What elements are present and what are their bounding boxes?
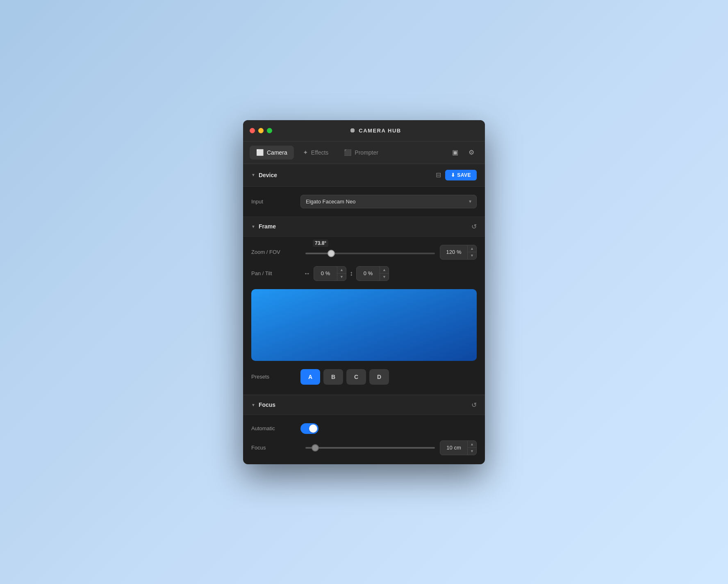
input-control: Elgato Facecam Neo ▾ — [300, 195, 477, 208]
presets-label: Presets — [251, 374, 300, 380]
input-value: Elgato Facecam Neo — [306, 198, 355, 205]
frame-reset-icon[interactable]: ↺ — [471, 223, 477, 230]
toggle-thumb — [309, 424, 317, 433]
pan-tilt-controls: ↔ 0 % ▲ ▼ ↕ 0 % ▲ ▼ — [304, 266, 477, 281]
focus-title-area: ▼ Focus — [251, 402, 471, 408]
save-button[interactable]: ⬇ SAVE — [445, 170, 477, 180]
toolbar: ⬜ Camera ✦ Effects ⬛ Prompter ▣ ⚙ — [243, 141, 485, 164]
camera-tab-icon: ⬜ — [256, 149, 264, 156]
frame-section-body: Zoom / FOV 73.8° 120 % ▲ ▼ Pan / Tilt ↔ … — [243, 237, 485, 395]
camera-feed — [251, 289, 477, 361]
tilt-stepper-arrows: ▲ ▼ — [380, 267, 389, 281]
zoom-down-button[interactable]: ▼ — [468, 252, 476, 259]
pan-tilt-row: Pan / Tilt ↔ 0 % ▲ ▼ ↕ 0 % ▲ ▼ — [251, 263, 477, 284]
focus-reset-icon[interactable]: ↺ — [471, 401, 477, 409]
focus-stepper-arrows: ▲ ▼ — [467, 441, 476, 455]
close-button[interactable] — [250, 128, 255, 133]
fov-tooltip: 73.8° — [313, 240, 328, 247]
input-row: Input Elgato Facecam Neo ▾ — [251, 192, 477, 212]
frame-section-header: ▼ Frame ↺ — [243, 217, 485, 237]
maximize-button[interactable] — [267, 128, 272, 133]
prompter-tab-icon: ⬛ — [344, 149, 352, 156]
zoom-slider-container: 73.8° — [305, 249, 435, 256]
pan-stepper-arrows: ▲ ▼ — [337, 267, 346, 281]
preset-a-button[interactable]: A — [300, 369, 320, 385]
focus-value: 10 cm — [440, 445, 467, 451]
device-section-body: Input Elgato Facecam Neo ▾ — [243, 187, 485, 217]
focus-section-body: Automatic Focus 10 cm ▲ ▼ — [243, 415, 485, 464]
dropdown-arrow-icon: ▾ — [469, 198, 471, 204]
device-section-header: ▼ Device ⊟ ⬇ SAVE — [243, 164, 485, 187]
pan-down-button[interactable]: ▼ — [337, 274, 346, 281]
zoom-value: 120 % — [440, 249, 467, 255]
zoom-label: Zoom / FOV — [251, 249, 300, 255]
panel-icon: ▣ — [452, 148, 458, 156]
input-label: Input — [251, 198, 300, 205]
minimize-button[interactable] — [258, 128, 264, 133]
frame-section-title: Frame — [259, 223, 276, 230]
save-label: SAVE — [457, 172, 471, 178]
app-title: CAMERA HUB — [359, 128, 401, 134]
focus-chevron-icon: ▼ — [251, 403, 255, 407]
zoom-slider[interactable] — [305, 253, 435, 254]
frame-title-area: ▼ Frame — [251, 223, 471, 230]
device-chevron-icon: ▼ — [251, 173, 255, 177]
focus-up-button[interactable]: ▲ — [468, 441, 476, 448]
focus-slider[interactable] — [305, 447, 435, 449]
presets-row: Presets A B C D — [251, 366, 477, 390]
camera-preview — [251, 289, 477, 361]
focus-slider-row: Focus 10 cm ▲ ▼ — [251, 437, 477, 459]
app-window: ⏺ CAMERA HUB ⬜ Camera ✦ Effects ⬛ Prompt… — [243, 120, 485, 464]
focus-stepper: 10 cm ▲ ▼ — [440, 440, 477, 455]
panel-toggle-button[interactable]: ▣ — [448, 146, 462, 160]
title-area: ⏺ CAMERA HUB — [272, 127, 478, 134]
preset-d-button[interactable]: D — [369, 369, 389, 385]
device-section-actions: ⊟ ⬇ SAVE — [436, 170, 477, 180]
title-bar: ⏺ CAMERA HUB — [243, 120, 485, 141]
pan-axis-icon: ↔ — [304, 270, 310, 277]
frame-chevron-icon: ▼ — [251, 224, 255, 229]
device-section-title: Device — [259, 172, 277, 178]
settings-button[interactable]: ⚙ — [464, 146, 478, 160]
tab-camera[interactable]: ⬜ Camera — [250, 146, 294, 160]
tab-camera-label: Camera — [267, 149, 287, 156]
tilt-down-button[interactable]: ▼ — [380, 274, 389, 281]
preset-c-button[interactable]: C — [346, 369, 366, 385]
tab-prompter[interactable]: ⬛ Prompter — [337, 146, 385, 160]
focus-section-title: Focus — [259, 402, 275, 408]
tilt-value: 0 % — [357, 270, 380, 276]
focus-down-button[interactable]: ▼ — [468, 448, 476, 455]
traffic-lights — [250, 128, 272, 133]
automatic-label: Automatic — [251, 425, 300, 431]
tab-effects-label: Effects — [311, 149, 329, 156]
tilt-stepper: 0 % ▲ ▼ — [356, 266, 389, 281]
effects-tab-icon: ✦ — [303, 149, 308, 156]
automatic-row: Automatic — [251, 420, 477, 437]
preset-buttons: A B C D — [300, 369, 389, 385]
pan-value: 0 % — [314, 270, 337, 276]
input-dropdown[interactable]: Elgato Facecam Neo ▾ — [300, 195, 477, 208]
save-icon: ⬇ — [451, 172, 455, 178]
app-icon: ⏺ — [349, 127, 356, 134]
preset-b-button[interactable]: B — [323, 369, 343, 385]
tab-effects[interactable]: ✦ Effects — [296, 146, 335, 160]
gear-icon: ⚙ — [469, 148, 474, 156]
tilt-axis-icon: ↕ — [350, 270, 353, 277]
device-title-area: ▼ Device — [251, 172, 436, 178]
zoom-stepper: 120 % ▲ ▼ — [440, 245, 477, 260]
zoom-stepper-arrows: ▲ ▼ — [467, 245, 476, 259]
zoom-up-button[interactable]: ▲ — [468, 245, 476, 253]
pan-stepper: 0 % ▲ ▼ — [314, 266, 346, 281]
zoom-row: Zoom / FOV 73.8° 120 % ▲ ▼ — [251, 242, 477, 263]
tab-prompter-label: Prompter — [355, 149, 378, 156]
automatic-toggle[interactable] — [300, 423, 318, 434]
pan-tilt-label: Pan / Tilt — [251, 270, 300, 276]
focus-section-header: ▼ Focus ↺ — [243, 395, 485, 415]
filter-icon[interactable]: ⊟ — [436, 171, 441, 179]
tilt-up-button[interactable]: ▲ — [380, 267, 389, 274]
pan-up-button[interactable]: ▲ — [337, 267, 346, 274]
focus-label: Focus — [251, 445, 300, 451]
